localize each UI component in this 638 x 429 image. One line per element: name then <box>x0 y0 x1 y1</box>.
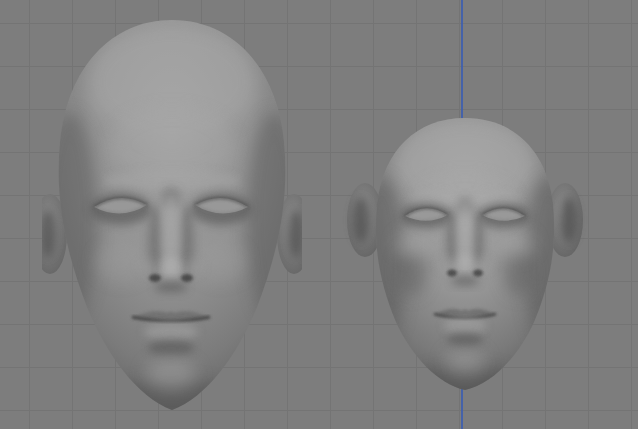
3d-viewport[interactable] <box>0 0 638 429</box>
head-sculpt-large[interactable] <box>42 12 302 422</box>
head-sculpt-small[interactable] <box>342 112 592 404</box>
